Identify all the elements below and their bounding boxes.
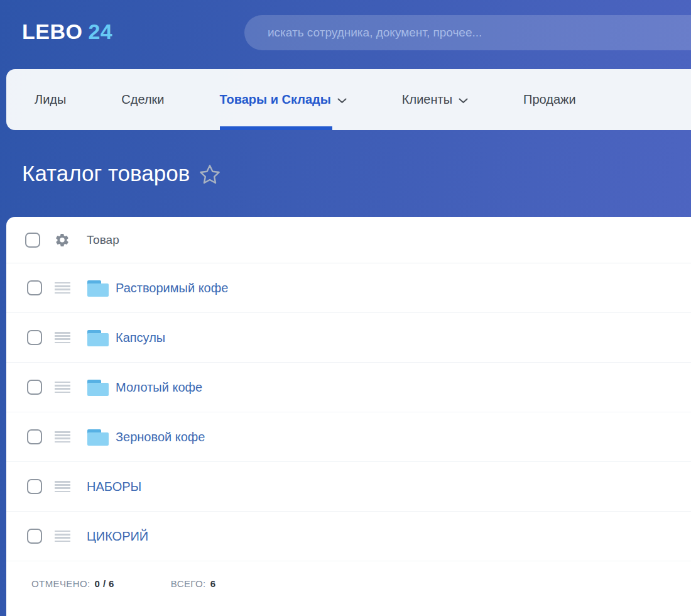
column-header-product[interactable]: Товар [87, 233, 119, 247]
checked-label: ОТМЕЧЕНО: [31, 578, 90, 589]
tab-deals[interactable]: Сделки [121, 69, 164, 130]
row-link[interactable]: Зерновой кофе [116, 430, 205, 444]
tab-label: Сделки [121, 92, 164, 107]
table-row: НАБОРЫ [6, 462, 691, 512]
tab-leads[interactable]: Лиды [35, 69, 66, 130]
logo[interactable]: LEBO 24 [22, 0, 112, 63]
checked-value: 0 / 6 [95, 578, 114, 589]
total-value: 6 [210, 578, 216, 589]
page-title: Каталог товаров [22, 130, 222, 217]
total-label: ВСЕГО: [171, 578, 206, 589]
table-row: Растворимый кофе [6, 263, 691, 313]
checked-counter: ОТМЕЧЕНО: 0 / 6 [31, 578, 114, 589]
drag-handle-icon[interactable] [55, 531, 70, 542]
drag-handle-icon[interactable] [55, 282, 70, 294]
tab-label: Лиды [35, 92, 66, 107]
tab-label: Товары и Склады [220, 92, 331, 107]
tab-products-warehouses[interactable]: Товары и Склады [220, 69, 347, 130]
drag-handle-icon[interactable] [55, 382, 70, 393]
row-checkbox[interactable] [27, 479, 42, 494]
folder-icon [86, 427, 110, 447]
table-row: Молотый кофе [6, 363, 691, 412]
row-checkbox[interactable] [27, 380, 42, 395]
main-nav: Лиды Сделки Товары и Склады Клиенты Прод… [6, 69, 691, 130]
row-link[interactable]: Капсулы [116, 331, 165, 345]
row-link[interactable]: ЦИКОРИЙ [87, 529, 148, 544]
product-grid: Товар Растворимый кофе Капсулы Молотый к… [6, 217, 691, 616]
select-all-checkbox[interactable] [25, 233, 40, 248]
gear-icon[interactable] [55, 233, 70, 248]
folder-icon [86, 278, 110, 298]
grid-header-row: Товар [6, 217, 691, 263]
star-icon[interactable] [198, 163, 222, 187]
tab-sales[interactable]: Продажи [523, 69, 576, 130]
logo-primary: LEBO [22, 19, 82, 44]
row-checkbox[interactable] [27, 529, 42, 544]
folder-icon [86, 378, 110, 397]
grid-footer: ОТМЕЧЕНО: 0 / 6 ВСЕГО: 6 [6, 561, 691, 616]
folder-icon [86, 328, 110, 348]
row-link[interactable]: Молотый кофе [116, 380, 202, 395]
page-header: Каталог товаров СОЗДАТЬ Раздел: Верхний … [0, 130, 691, 217]
row-link[interactable]: НАБОРЫ [87, 480, 141, 494]
row-link[interactable]: Растворимый кофе [116, 281, 228, 295]
topbar: LEBO 24 [0, 0, 691, 63]
total-counter: ВСЕГО: 6 [171, 578, 216, 589]
row-checkbox[interactable] [27, 429, 42, 444]
search-input[interactable] [244, 15, 691, 50]
tab-clients[interactable]: Клиенты [402, 69, 468, 130]
tab-label: Клиенты [402, 92, 452, 107]
table-row: ЦИКОРИЙ [6, 512, 691, 561]
tab-label: Продажи [523, 92, 576, 107]
logo-accent: 24 [88, 19, 112, 44]
row-checkbox[interactable] [27, 280, 42, 295]
drag-handle-icon[interactable] [55, 332, 70, 343]
table-row: Капсулы [6, 313, 691, 363]
row-checkbox[interactable] [27, 330, 42, 345]
drag-handle-icon[interactable] [55, 481, 70, 492]
drag-handle-icon[interactable] [55, 431, 70, 443]
chevron-down-icon [337, 98, 347, 104]
page-title-text: Каталог товаров [22, 161, 190, 186]
chevron-down-icon [459, 98, 468, 104]
table-row: Зерновой кофе [6, 412, 691, 462]
